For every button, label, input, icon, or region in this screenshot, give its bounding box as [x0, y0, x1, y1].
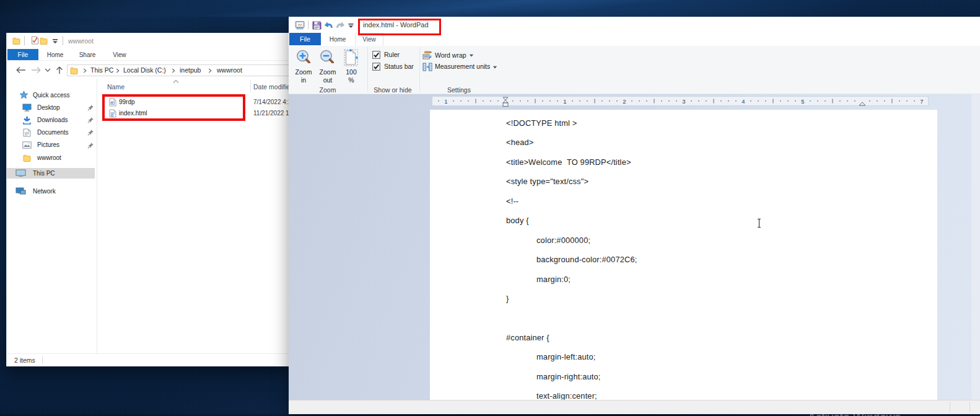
- svg-text:1: 1: [563, 98, 566, 105]
- svg-text:7: 7: [920, 98, 923, 105]
- svg-text:1: 1: [444, 98, 447, 105]
- svg-text:3: 3: [682, 98, 685, 105]
- svg-text:4: 4: [742, 98, 745, 105]
- svg-text:5: 5: [801, 98, 804, 105]
- svg-text:2: 2: [623, 98, 626, 105]
